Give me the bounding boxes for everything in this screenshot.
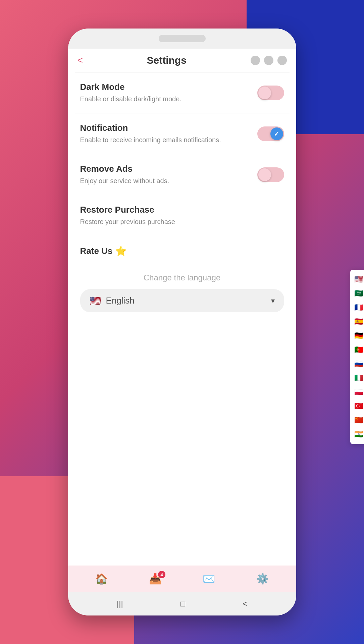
restore-purchase-desc: Restore your previous purchase (80, 217, 277, 226)
bottom-nav: 🏠 📥 4 ✉️ ⚙️ (68, 566, 296, 592)
phone-screen: < Settings Dark Mode Enable or disable d… (68, 49, 296, 592)
rate-us-row[interactable]: Rate Us ⭐ (68, 236, 296, 266)
mail-icon: ✉️ (203, 573, 215, 585)
phone-notch (159, 35, 206, 42)
lang-option-in[interactable]: 🇮🇳 (350, 427, 364, 441)
lang-option-pl[interactable]: 🇵🇱 (350, 385, 364, 399)
nav-settings[interactable]: ⚙️ (251, 570, 274, 587)
selected-flag-icon: 🇺🇸 (90, 295, 101, 306)
phone-frame: < Settings Dark Mode Enable or disable d… (68, 29, 296, 615)
page-title: Settings (147, 55, 187, 66)
language-left: 🇺🇸 English (90, 295, 135, 306)
language-section: Change the language 🇺🇸 English ▾ (68, 266, 296, 318)
remove-ads-thumb (258, 168, 271, 181)
lang-option-de[interactable]: 🇩🇪 (350, 329, 364, 343)
nav-home[interactable]: 🏠 (90, 570, 113, 587)
language-select-button[interactable]: 🇺🇸 English ▾ (80, 289, 284, 312)
dark-mode-title: Dark Mode (80, 82, 251, 92)
lang-option-tr[interactable]: 🇹🇷 (350, 399, 364, 413)
dark-mode-text: Dark Mode Enable or disable dark/light m… (80, 82, 251, 104)
dark-mode-track (257, 86, 284, 100)
dark-mode-toggle[interactable] (257, 86, 284, 100)
language-heading: Change the language (80, 273, 284, 282)
lang-option-it[interactable]: 🇮🇹 (350, 371, 364, 385)
dark-mode-row[interactable]: Dark Mode Enable or disable dark/light m… (68, 72, 296, 113)
restore-purchase-row[interactable]: Restore Purchase Restore your previous p… (68, 195, 296, 236)
notification-thumb: ✓ (270, 127, 283, 140)
language-panel: 🇺🇸 🇸🇦 🇫🇷 🇪🇸 🇩🇪 🇵🇹 🇷🇺 🇮🇹 🇵🇱 🇹🇷 🇨🇳 🇮🇳 (350, 270, 364, 444)
sys-nav-home[interactable]: □ (180, 599, 186, 608)
remove-ads-toggle[interactable] (257, 167, 284, 182)
system-nav: ||| □ < (68, 592, 296, 615)
notification-toggle[interactable]: ✓ (257, 126, 284, 141)
rate-us-title: Rate Us (80, 246, 113, 256)
back-button[interactable]: < (77, 55, 83, 66)
notification-track: ✓ (257, 126, 284, 141)
settings-content: Dark Mode Enable or disable dark/light m… (68, 72, 296, 566)
sys-nav-back[interactable]: < (243, 599, 247, 608)
camera-dot-left (251, 56, 260, 65)
dark-mode-desc: Enable or disable dark/light mode. (80, 94, 251, 104)
home-icon: 🏠 (95, 573, 108, 585)
notification-desc: Enable to receive incoming emails notifi… (80, 135, 251, 145)
star-icon: ⭐ (115, 246, 127, 257)
lang-option-us[interactable]: 🇺🇸 (350, 272, 364, 286)
check-icon: ✓ (274, 130, 279, 138)
camera-dot-center (264, 56, 273, 65)
camera-dot-right (277, 56, 287, 65)
lang-option-ru[interactable]: 🇷🇺 (350, 357, 364, 371)
lang-option-sa[interactable]: 🇸🇦 (350, 286, 364, 301)
nav-inbox[interactable]: 📥 4 (144, 570, 167, 587)
remove-ads-row[interactable]: Remove Ads Enjoy our service without ads… (68, 154, 296, 195)
inbox-badge: 4 (158, 571, 165, 578)
lang-option-fr[interactable]: 🇫🇷 (350, 301, 364, 315)
notification-row[interactable]: Notification Enable to receive incoming … (68, 113, 296, 154)
lang-option-es[interactable]: 🇪🇸 (350, 315, 364, 329)
lang-option-cn[interactable]: 🇨🇳 (350, 413, 364, 427)
notification-text: Notification Enable to receive incoming … (80, 123, 251, 145)
restore-purchase-text: Restore Purchase Restore your previous p… (80, 205, 277, 226)
lang-option-pt[interactable]: 🇵🇹 (350, 343, 364, 357)
selected-language-name: English (106, 296, 135, 306)
camera-icons (251, 56, 287, 65)
remove-ads-text: Remove Ads Enjoy our service without ads… (80, 164, 251, 185)
notification-title: Notification (80, 123, 251, 133)
chevron-down-icon: ▾ (271, 297, 275, 305)
settings-icon: ⚙️ (256, 573, 269, 585)
remove-ads-desc: Enjoy our service without ads. (80, 176, 251, 185)
remove-ads-title: Remove Ads (80, 164, 251, 174)
remove-ads-track (257, 167, 284, 182)
sys-nav-menu[interactable]: ||| (117, 599, 123, 608)
dark-mode-thumb (258, 87, 271, 99)
nav-mail[interactable]: ✉️ (197, 570, 220, 587)
app-header: < Settings (68, 49, 296, 72)
restore-purchase-title: Restore Purchase (80, 205, 277, 215)
phone-top-bar (68, 29, 296, 49)
